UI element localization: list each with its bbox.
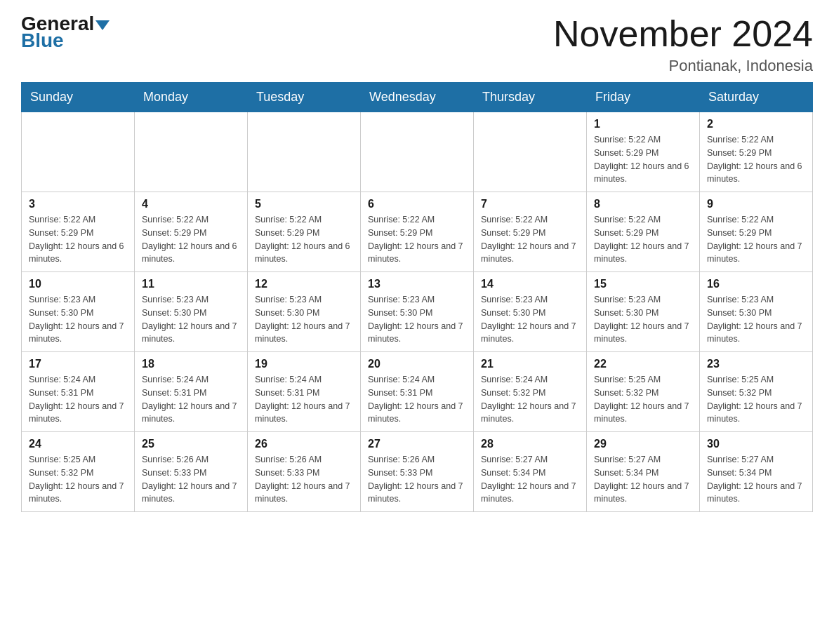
day-number: 19 xyxy=(255,358,353,370)
calendar-cell: 27Sunrise: 5:26 AMSunset: 5:33 PMDayligh… xyxy=(361,432,474,512)
day-info: Sunrise: 5:27 AMSunset: 5:34 PMDaylight:… xyxy=(481,453,579,506)
day-info: Sunrise: 5:22 AMSunset: 5:29 PMDaylight:… xyxy=(142,213,240,266)
day-number: 2 xyxy=(707,118,805,130)
day-info: Sunrise: 5:25 AMSunset: 5:32 PMDaylight:… xyxy=(707,373,805,426)
calendar-cell: 1Sunrise: 5:22 AMSunset: 5:29 PMDaylight… xyxy=(587,112,700,192)
calendar-cell: 2Sunrise: 5:22 AMSunset: 5:29 PMDaylight… xyxy=(700,112,813,192)
calendar-header-row: SundayMondayTuesdayWednesdayThursdayFrid… xyxy=(22,83,813,112)
calendar-week-row: 10Sunrise: 5:23 AMSunset: 5:30 PMDayligh… xyxy=(22,272,813,352)
day-info: Sunrise: 5:24 AMSunset: 5:31 PMDaylight:… xyxy=(29,373,127,426)
day-info: Sunrise: 5:23 AMSunset: 5:30 PMDaylight:… xyxy=(481,293,579,346)
logo: General Blue xyxy=(21,14,110,51)
day-number: 24 xyxy=(29,438,127,450)
day-info: Sunrise: 5:22 AMSunset: 5:29 PMDaylight:… xyxy=(481,213,579,266)
calendar-cell: 12Sunrise: 5:23 AMSunset: 5:30 PMDayligh… xyxy=(248,272,361,352)
day-number: 15 xyxy=(594,278,692,290)
day-info: Sunrise: 5:22 AMSunset: 5:29 PMDaylight:… xyxy=(707,133,805,186)
day-number: 21 xyxy=(481,358,579,370)
calendar-cell xyxy=(135,112,248,192)
day-number: 1 xyxy=(594,118,692,130)
calendar-header-thursday: Thursday xyxy=(474,83,587,112)
day-number: 17 xyxy=(29,358,127,370)
calendar-header-saturday: Saturday xyxy=(700,83,813,112)
day-number: 28 xyxy=(481,438,579,450)
day-number: 29 xyxy=(594,438,692,450)
calendar-cell: 6Sunrise: 5:22 AMSunset: 5:29 PMDaylight… xyxy=(361,192,474,272)
day-number: 13 xyxy=(368,278,466,290)
calendar-cell: 19Sunrise: 5:24 AMSunset: 5:31 PMDayligh… xyxy=(248,352,361,432)
day-number: 26 xyxy=(255,438,353,450)
calendar-cell: 24Sunrise: 5:25 AMSunset: 5:32 PMDayligh… xyxy=(22,432,135,512)
day-number: 14 xyxy=(481,278,579,290)
day-info: Sunrise: 5:23 AMSunset: 5:30 PMDaylight:… xyxy=(594,293,692,346)
calendar-cell: 14Sunrise: 5:23 AMSunset: 5:30 PMDayligh… xyxy=(474,272,587,352)
calendar-cell xyxy=(248,112,361,192)
calendar-header-wednesday: Wednesday xyxy=(361,83,474,112)
day-info: Sunrise: 5:23 AMSunset: 5:30 PMDaylight:… xyxy=(255,293,353,346)
logo-triangle-icon xyxy=(95,20,110,30)
day-info: Sunrise: 5:26 AMSunset: 5:33 PMDaylight:… xyxy=(255,453,353,506)
location: Pontianak, Indonesia xyxy=(553,57,813,75)
day-info: Sunrise: 5:22 AMSunset: 5:29 PMDaylight:… xyxy=(594,213,692,266)
day-info: Sunrise: 5:24 AMSunset: 5:31 PMDaylight:… xyxy=(368,373,466,426)
day-info: Sunrise: 5:22 AMSunset: 5:29 PMDaylight:… xyxy=(707,213,805,266)
day-number: 8 xyxy=(594,198,692,210)
day-info: Sunrise: 5:23 AMSunset: 5:30 PMDaylight:… xyxy=(29,293,127,346)
calendar-cell: 23Sunrise: 5:25 AMSunset: 5:32 PMDayligh… xyxy=(700,352,813,432)
day-number: 25 xyxy=(142,438,240,450)
day-info: Sunrise: 5:24 AMSunset: 5:32 PMDaylight:… xyxy=(481,373,579,426)
calendar-table: SundayMondayTuesdayWednesdayThursdayFrid… xyxy=(21,82,813,512)
calendar-cell: 25Sunrise: 5:26 AMSunset: 5:33 PMDayligh… xyxy=(135,432,248,512)
calendar-header-tuesday: Tuesday xyxy=(248,83,361,112)
day-info: Sunrise: 5:22 AMSunset: 5:29 PMDaylight:… xyxy=(368,213,466,266)
calendar-cell: 30Sunrise: 5:27 AMSunset: 5:34 PMDayligh… xyxy=(700,432,813,512)
day-number: 5 xyxy=(255,198,353,210)
calendar-cell: 4Sunrise: 5:22 AMSunset: 5:29 PMDaylight… xyxy=(135,192,248,272)
day-info: Sunrise: 5:23 AMSunset: 5:30 PMDaylight:… xyxy=(142,293,240,346)
calendar-cell: 15Sunrise: 5:23 AMSunset: 5:30 PMDayligh… xyxy=(587,272,700,352)
day-info: Sunrise: 5:24 AMSunset: 5:31 PMDaylight:… xyxy=(142,373,240,426)
day-number: 30 xyxy=(707,438,805,450)
day-number: 6 xyxy=(368,198,466,210)
day-info: Sunrise: 5:24 AMSunset: 5:31 PMDaylight:… xyxy=(255,373,353,426)
calendar-cell: 3Sunrise: 5:22 AMSunset: 5:29 PMDaylight… xyxy=(22,192,135,272)
calendar-header-friday: Friday xyxy=(587,83,700,112)
calendar-cell xyxy=(22,112,135,192)
calendar-cell: 11Sunrise: 5:23 AMSunset: 5:30 PMDayligh… xyxy=(135,272,248,352)
day-info: Sunrise: 5:25 AMSunset: 5:32 PMDaylight:… xyxy=(29,453,127,506)
day-number: 20 xyxy=(368,358,466,370)
calendar-cell: 26Sunrise: 5:26 AMSunset: 5:33 PMDayligh… xyxy=(248,432,361,512)
calendar-cell: 10Sunrise: 5:23 AMSunset: 5:30 PMDayligh… xyxy=(22,272,135,352)
day-number: 27 xyxy=(368,438,466,450)
calendar-cell: 9Sunrise: 5:22 AMSunset: 5:29 PMDaylight… xyxy=(700,192,813,272)
day-info: Sunrise: 5:26 AMSunset: 5:33 PMDaylight:… xyxy=(142,453,240,506)
calendar-cell: 16Sunrise: 5:23 AMSunset: 5:30 PMDayligh… xyxy=(700,272,813,352)
day-number: 10 xyxy=(29,278,127,290)
day-number: 11 xyxy=(142,278,240,290)
calendar-cell: 5Sunrise: 5:22 AMSunset: 5:29 PMDaylight… xyxy=(248,192,361,272)
calendar-cell: 7Sunrise: 5:22 AMSunset: 5:29 PMDaylight… xyxy=(474,192,587,272)
calendar-cell: 29Sunrise: 5:27 AMSunset: 5:34 PMDayligh… xyxy=(587,432,700,512)
calendar-cell: 28Sunrise: 5:27 AMSunset: 5:34 PMDayligh… xyxy=(474,432,587,512)
logo-blue: Blue xyxy=(21,31,64,51)
calendar-cell: 18Sunrise: 5:24 AMSunset: 5:31 PMDayligh… xyxy=(135,352,248,432)
day-number: 9 xyxy=(707,198,805,210)
calendar-week-row: 17Sunrise: 5:24 AMSunset: 5:31 PMDayligh… xyxy=(22,352,813,432)
day-info: Sunrise: 5:22 AMSunset: 5:29 PMDaylight:… xyxy=(255,213,353,266)
day-number: 4 xyxy=(142,198,240,210)
day-number: 7 xyxy=(481,198,579,210)
calendar-week-row: 3Sunrise: 5:22 AMSunset: 5:29 PMDaylight… xyxy=(22,192,813,272)
calendar-cell: 21Sunrise: 5:24 AMSunset: 5:32 PMDayligh… xyxy=(474,352,587,432)
calendar-week-row: 1Sunrise: 5:22 AMSunset: 5:29 PMDaylight… xyxy=(22,112,813,192)
calendar-cell xyxy=(474,112,587,192)
day-number: 12 xyxy=(255,278,353,290)
day-info: Sunrise: 5:25 AMSunset: 5:32 PMDaylight:… xyxy=(594,373,692,426)
day-info: Sunrise: 5:23 AMSunset: 5:30 PMDaylight:… xyxy=(368,293,466,346)
calendar-cell: 22Sunrise: 5:25 AMSunset: 5:32 PMDayligh… xyxy=(587,352,700,432)
day-number: 3 xyxy=(29,198,127,210)
day-info: Sunrise: 5:23 AMSunset: 5:30 PMDaylight:… xyxy=(707,293,805,346)
day-info: Sunrise: 5:27 AMSunset: 5:34 PMDaylight:… xyxy=(594,453,692,506)
day-number: 16 xyxy=(707,278,805,290)
day-info: Sunrise: 5:22 AMSunset: 5:29 PMDaylight:… xyxy=(29,213,127,266)
day-info: Sunrise: 5:27 AMSunset: 5:34 PMDaylight:… xyxy=(707,453,805,506)
